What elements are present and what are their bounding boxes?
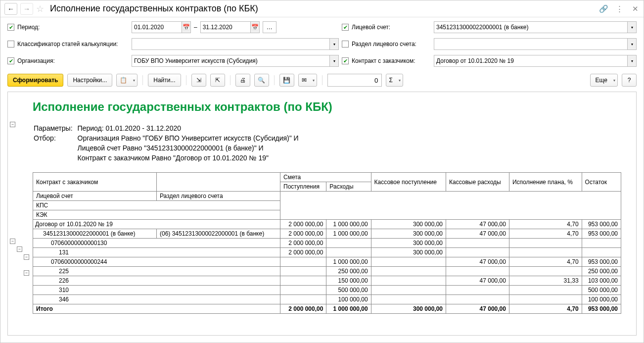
filter-line: Лицевой счет Равно "34512313000022000001… [78,144,303,152]
tree-toggle[interactable] [10,239,15,244]
th-kps: КПС [33,201,280,210]
tree-toggle[interactable] [24,254,29,260]
th-account: Лицевой счет [33,192,157,201]
params-label: Параметры: [34,124,77,133]
account-checkbox[interactable] [342,24,349,31]
period-to-field[interactable]: 📅 [200,21,260,33]
table-row: 226150 000,0047 000,0031,33103 000,00 [33,276,621,286]
email-button[interactable]: ✉ [298,74,317,87]
dropdown-icon[interactable]: ▾ [627,55,636,66]
window-title: Исполнение государственных контрактов (п… [50,3,596,14]
total-label: Итого [33,304,280,314]
titlebar: ← → ☆ Исполнение государственных контрак… [0,0,644,17]
tree-toggle[interactable] [10,122,15,127]
th-contract: Контракт с заказчиком [33,173,157,192]
th-blank [157,173,280,192]
contract-input[interactable] [436,57,634,64]
filter-line: Организация Равно "ГОБУ ВПО Университет … [78,134,303,143]
period-from-field[interactable]: 📅 [132,21,191,33]
th-receipts: Поступления [280,182,326,192]
period-label: Период: [17,24,129,31]
classifier-checkbox[interactable] [7,41,14,48]
close-icon[interactable]: ✕ [631,4,640,13]
account-input[interactable] [436,24,634,31]
report-area[interactable]: Исполнение государственных контрактов (п… [7,92,637,336]
tree-gutter [8,92,32,335]
th-balance: Остаток [582,173,621,192]
preview-button[interactable]: 🔍 [254,74,269,87]
contract-field[interactable]: ▾ [434,55,637,67]
period-dash: – [194,24,197,31]
classifier-field[interactable]: ▾ [132,38,339,50]
nav-back-button[interactable]: ← [4,3,17,15]
filter-label: Отбор: [34,134,77,143]
contract-checkbox[interactable] [342,57,349,64]
nav-forward-button[interactable]: → [20,3,33,15]
section-label: Раздел лицевого счета: [352,41,431,48]
calendar-icon[interactable]: 📅 [182,22,190,33]
classifier-input[interactable] [134,41,336,48]
table-row: 225250 000,00250 000,00 [33,267,621,276]
period-to-input[interactable] [203,24,257,31]
toolbar: Сформировать Настройки... 📋 Найти... ⇲ ⇱… [0,71,644,92]
dropdown-icon[interactable]: ▾ [329,55,338,66]
number-input[interactable] [327,74,382,87]
th-cash-in: Кассовое поступление [371,173,446,192]
org-label: Организация: [17,57,129,64]
table-row: 34512313000022000001 (в банке)(06) 34512… [33,229,621,239]
period-from-input[interactable] [134,24,188,31]
classifier-label: Классификатор статей калькуляции: [17,41,129,48]
table-row: 1312 000 000,00300 000,00 [33,248,621,257]
table-row: 310500 000,00500 000,00 [33,286,621,295]
th-estimate: Смета [280,173,371,182]
th-plan-pct: Исполнение плана, % [509,173,582,192]
period-dots-button[interactable]: … [263,21,276,33]
save-button[interactable]: 💾 [279,74,294,87]
paste-button[interactable]: 📋 [116,74,138,87]
section-input[interactable] [436,41,634,48]
period-checkbox[interactable] [7,24,14,31]
calendar-icon[interactable]: 📅 [250,22,259,33]
tree-toggle[interactable] [24,270,29,276]
th-section: Раздел лицевого счета [157,192,280,201]
report-table: Контракт с заказчиком Смета Кассовое пос… [33,172,621,314]
collapse-button[interactable]: ⇱ [210,74,225,87]
th-cash-out: Кассовые расходы [446,173,509,192]
th-kek: КЭК [33,210,280,220]
more-button[interactable]: Еще [590,74,618,87]
dropdown-icon[interactable]: ▾ [627,39,636,49]
params-text: Период: 01.01.2020 - 31.12.2020 [78,124,303,133]
report-params: Параметры: Период: 01.01.2020 - 31.12.20… [33,123,304,163]
generate-button[interactable]: Сформировать [7,74,63,87]
account-label: Лицевой счет: [352,24,431,31]
org-field[interactable]: ▾ [132,55,339,67]
table-row: 070600000000002441 000 000,0047 000,004,… [33,257,621,267]
total-row: Итого 2 000 000,00 1 000 000,00 300 000,… [33,304,621,314]
expand-button[interactable]: ⇲ [191,74,206,87]
contract-label: Контракт с заказчиком: [352,57,431,64]
account-field[interactable]: ▾ [434,21,637,33]
print-button[interactable]: 🖨 [235,74,250,87]
table-row: 070600000000001302 000 000,00300 000,00 [33,239,621,248]
settings-button[interactable]: Настройки... [67,74,112,87]
filters-panel: Период: 📅 – 📅 … Лицевой счет: [0,17,644,71]
tree-toggle[interactable] [17,246,22,252]
sigma-button[interactable]: Σ [386,74,403,87]
link-icon[interactable]: 🔗 [599,4,608,13]
dropdown-icon[interactable]: ▾ [627,22,636,33]
help-button[interactable]: ? [622,74,637,87]
find-button[interactable]: Найти... [148,74,181,87]
org-input[interactable] [134,57,336,64]
filter-line: Контракт с заказчиком Равно "Договор от … [78,153,303,162]
favorite-star-icon[interactable]: ☆ [36,3,44,14]
kebab-menu-icon[interactable]: ⋮ [615,4,624,13]
table-row: Договор от 10.01.2020 № 192 000 000,001 … [33,220,621,229]
report-title: Исполнение государственных контрактов (п… [33,100,631,114]
section-checkbox[interactable] [342,41,349,48]
th-expenses: Расходы [326,182,371,192]
table-row: 346100 000,00100 000,00 [33,295,621,304]
org-checkbox[interactable] [7,57,14,64]
section-field[interactable]: ▾ [434,38,637,50]
dropdown-icon[interactable]: ▾ [329,39,338,49]
